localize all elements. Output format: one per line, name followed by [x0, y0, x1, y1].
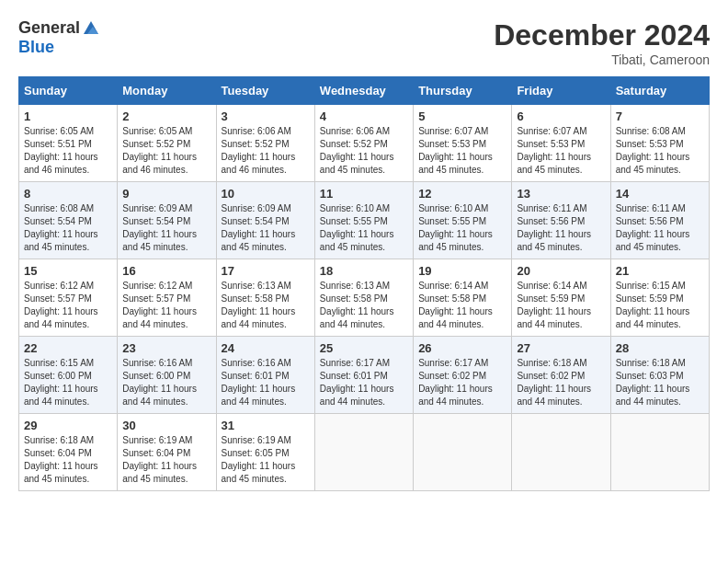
calendar-cell: 22Sunrise: 6:15 AM Sunset: 6:00 PM Dayli… [19, 337, 118, 414]
day-number: 13 [517, 187, 605, 201]
day-info: Sunrise: 6:09 AM Sunset: 5:54 PM Dayligh… [222, 202, 310, 254]
day-number: 19 [418, 264, 506, 278]
day-info: Sunrise: 6:18 AM Sunset: 6:03 PM Dayligh… [616, 357, 704, 408]
title-block: December 2024 Tibati, Cameroon [494, 18, 710, 67]
day-number: 26 [418, 341, 506, 355]
day-info: Sunrise: 6:18 AM Sunset: 6:04 PM Dayligh… [24, 434, 112, 486]
day-info: Sunrise: 6:17 AM Sunset: 6:01 PM Dayligh… [320, 357, 408, 408]
day-info: Sunrise: 6:08 AM Sunset: 5:53 PM Dayligh… [616, 125, 704, 177]
day-info: Sunrise: 6:12 AM Sunset: 5:57 PM Dayligh… [24, 280, 112, 331]
day-number: 2 [122, 109, 210, 123]
logo-icon [82, 19, 100, 38]
day-info: Sunrise: 6:05 AM Sunset: 5:52 PM Dayligh… [122, 125, 210, 177]
day-number: 11 [320, 187, 408, 201]
calendar-cell: 6Sunrise: 6:07 AM Sunset: 5:53 PM Daylig… [512, 105, 610, 182]
day-info: Sunrise: 6:11 AM Sunset: 5:56 PM Dayligh… [616, 202, 704, 254]
calendar-cell: 21Sunrise: 6:15 AM Sunset: 5:59 PM Dayli… [610, 259, 709, 337]
calendar-week-1: 1Sunrise: 6:05 AM Sunset: 5:51 PM Daylig… [19, 105, 710, 182]
calendar-cell: 7Sunrise: 6:08 AM Sunset: 5:53 PM Daylig… [610, 105, 709, 182]
page-header: General Blue December 2024 Tibati, Camer… [18, 18, 710, 67]
day-number: 27 [517, 341, 605, 355]
header-tuesday: Tuesday [216, 77, 314, 105]
day-number: 28 [616, 341, 704, 355]
calendar-cell: 16Sunrise: 6:12 AM Sunset: 5:57 PM Dayli… [118, 259, 216, 337]
day-info: Sunrise: 6:07 AM Sunset: 5:53 PM Dayligh… [517, 125, 605, 177]
day-number: 16 [122, 264, 210, 278]
day-info: Sunrise: 6:14 AM Sunset: 5:59 PM Dayligh… [517, 280, 605, 331]
day-number: 24 [222, 341, 310, 355]
day-number: 8 [24, 187, 112, 201]
day-number: 29 [24, 419, 112, 432]
day-number: 15 [24, 264, 112, 278]
day-number: 31 [222, 419, 310, 432]
day-info: Sunrise: 6:14 AM Sunset: 5:58 PM Dayligh… [418, 280, 506, 331]
day-info: Sunrise: 6:19 AM Sunset: 6:05 PM Dayligh… [222, 434, 310, 486]
header-sunday: Sunday [19, 77, 118, 105]
header-thursday: Thursday [414, 77, 512, 105]
calendar-cell: 3Sunrise: 6:06 AM Sunset: 5:52 PM Daylig… [216, 105, 314, 182]
calendar-cell: 28Sunrise: 6:18 AM Sunset: 6:03 PM Dayli… [610, 337, 709, 414]
calendar-cell: 29Sunrise: 6:18 AM Sunset: 6:04 PM Dayli… [19, 414, 118, 491]
calendar-week-3: 15Sunrise: 6:12 AM Sunset: 5:57 PM Dayli… [19, 259, 710, 337]
calendar-cell: 31Sunrise: 6:19 AM Sunset: 6:05 PM Dayli… [216, 414, 314, 491]
calendar-cell: 18Sunrise: 6:13 AM Sunset: 5:58 PM Dayli… [314, 259, 413, 337]
calendar-cell [414, 414, 512, 491]
calendar-cell: 13Sunrise: 6:11 AM Sunset: 5:56 PM Dayli… [512, 182, 610, 259]
calendar-cell: 1Sunrise: 6:05 AM Sunset: 5:51 PM Daylig… [19, 105, 118, 182]
calendar-cell: 17Sunrise: 6:13 AM Sunset: 5:58 PM Dayli… [216, 259, 314, 337]
day-info: Sunrise: 6:06 AM Sunset: 5:52 PM Dayligh… [320, 125, 408, 177]
day-info: Sunrise: 6:06 AM Sunset: 5:52 PM Dayligh… [222, 125, 310, 177]
day-info: Sunrise: 6:17 AM Sunset: 6:02 PM Dayligh… [418, 357, 506, 408]
day-number: 3 [222, 109, 310, 123]
day-number: 25 [320, 341, 408, 355]
logo-blue-text: Blue [18, 38, 54, 57]
calendar-cell: 10Sunrise: 6:09 AM Sunset: 5:54 PM Dayli… [216, 182, 314, 259]
calendar-cell: 14Sunrise: 6:11 AM Sunset: 5:56 PM Dayli… [610, 182, 709, 259]
day-number: 12 [418, 187, 506, 201]
calendar-cell: 27Sunrise: 6:18 AM Sunset: 6:02 PM Dayli… [512, 337, 610, 414]
day-number: 4 [320, 109, 408, 123]
location-subtitle: Tibati, Cameroon [494, 52, 710, 67]
day-number: 30 [122, 419, 210, 432]
day-info: Sunrise: 6:15 AM Sunset: 5:59 PM Dayligh… [616, 280, 704, 331]
calendar-cell: 8Sunrise: 6:08 AM Sunset: 5:54 PM Daylig… [19, 182, 118, 259]
calendar-cell [610, 414, 709, 491]
day-info: Sunrise: 6:16 AM Sunset: 6:01 PM Dayligh… [222, 357, 310, 408]
month-title: December 2024 [494, 18, 710, 52]
calendar-cell [512, 414, 610, 491]
logo: General Blue [18, 18, 100, 57]
header-wednesday: Wednesday [314, 77, 413, 105]
calendar-cell: 30Sunrise: 6:19 AM Sunset: 6:04 PM Dayli… [118, 414, 216, 491]
calendar-week-2: 8Sunrise: 6:08 AM Sunset: 5:54 PM Daylig… [19, 182, 710, 259]
day-number: 6 [517, 109, 605, 123]
header-monday: Monday [118, 77, 216, 105]
calendar-cell: 25Sunrise: 6:17 AM Sunset: 6:01 PM Dayli… [314, 337, 413, 414]
day-info: Sunrise: 6:07 AM Sunset: 5:53 PM Dayligh… [418, 125, 506, 177]
calendar-week-4: 22Sunrise: 6:15 AM Sunset: 6:00 PM Dayli… [19, 337, 710, 414]
day-info: Sunrise: 6:13 AM Sunset: 5:58 PM Dayligh… [222, 280, 310, 331]
header-friday: Friday [512, 77, 610, 105]
calendar-cell: 11Sunrise: 6:10 AM Sunset: 5:55 PM Dayli… [314, 182, 413, 259]
calendar-table: SundayMondayTuesdayWednesdayThursdayFrid… [18, 76, 710, 491]
calendar-cell: 24Sunrise: 6:16 AM Sunset: 6:01 PM Dayli… [216, 337, 314, 414]
day-info: Sunrise: 6:11 AM Sunset: 5:56 PM Dayligh… [517, 202, 605, 254]
day-info: Sunrise: 6:19 AM Sunset: 6:04 PM Dayligh… [122, 434, 210, 486]
calendar-cell: 2Sunrise: 6:05 AM Sunset: 5:52 PM Daylig… [118, 105, 216, 182]
day-number: 1 [24, 109, 112, 123]
day-number: 14 [616, 187, 704, 201]
calendar-cell: 9Sunrise: 6:09 AM Sunset: 5:54 PM Daylig… [118, 182, 216, 259]
calendar-cell: 4Sunrise: 6:06 AM Sunset: 5:52 PM Daylig… [314, 105, 413, 182]
day-number: 20 [517, 264, 605, 278]
day-number: 18 [320, 264, 408, 278]
day-info: Sunrise: 6:05 AM Sunset: 5:51 PM Dayligh… [24, 125, 112, 177]
calendar-cell: 15Sunrise: 6:12 AM Sunset: 5:57 PM Dayli… [19, 259, 118, 337]
calendar-header-row: SundayMondayTuesdayWednesdayThursdayFrid… [19, 77, 710, 105]
calendar-cell: 26Sunrise: 6:17 AM Sunset: 6:02 PM Dayli… [414, 337, 512, 414]
day-info: Sunrise: 6:15 AM Sunset: 6:00 PM Dayligh… [24, 357, 112, 408]
day-info: Sunrise: 6:09 AM Sunset: 5:54 PM Dayligh… [122, 202, 210, 254]
day-number: 7 [616, 109, 704, 123]
calendar-week-5: 29Sunrise: 6:18 AM Sunset: 6:04 PM Dayli… [19, 414, 710, 491]
day-info: Sunrise: 6:16 AM Sunset: 6:00 PM Dayligh… [122, 357, 210, 408]
day-number: 22 [24, 341, 112, 355]
day-info: Sunrise: 6:12 AM Sunset: 5:57 PM Dayligh… [122, 280, 210, 331]
